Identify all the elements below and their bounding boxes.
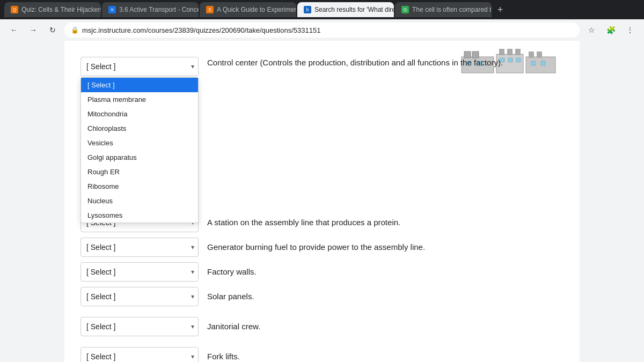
tab-favicon-1: Q — [11, 6, 18, 13]
refresh-button[interactable]: ↻ — [45, 23, 60, 38]
svg-rect-6 — [515, 49, 521, 55]
select-wrapper-1[interactable]: [ Select ] Plasma membrane Mitochondria … — [80, 57, 199, 76]
question-text-6: Janitorial crew. — [207, 321, 260, 333]
select-7[interactable]: [ Select ] — [80, 347, 199, 362]
question-row-6: [ Select ] ▾ Janitorial crew. — [80, 317, 564, 336]
question-row-5: [ Select ] ▾ Solar panels. — [80, 287, 564, 306]
url-text: msjc.instructure.com/courses/23839/quizz… — [82, 26, 320, 34]
lock-icon: 🔒 — [71, 26, 79, 34]
browser-window: Q Quiz: Cells & Their Hijackers Par ✕ ≡ … — [0, 0, 644, 362]
tab-label-3: A Quick Guide to Experimental D — [217, 6, 296, 13]
question-row-7: [ Select ] ▾ Fork lifts. — [80, 347, 564, 362]
question-text-7: Fork lifts. — [207, 351, 240, 362]
question-row-3: [ Select ] Plasma membrane Mitochondria … — [80, 238, 564, 257]
menu-button[interactable]: ⋮ — [623, 23, 638, 38]
bookmark-button[interactable]: ☆ — [584, 23, 599, 38]
tab-3[interactable]: S A Quick Guide to Experimental D ✕ — [200, 2, 296, 17]
tab-favicon-5: G — [401, 6, 409, 13]
select-4[interactable]: [ Select ] — [80, 262, 199, 282]
dropdown-option-golgi[interactable]: Golgi apparatus — [81, 150, 198, 165]
dropdown-option-ribosome[interactable]: Ribosome — [81, 179, 198, 194]
question-row-4: [ Select ] ▾ Factory walls. — [80, 262, 564, 282]
tab-favicon-2: ≡ — [108, 6, 116, 13]
tab-2[interactable]: ≡ 3.6 Active Transport - Concepts ✕ — [102, 2, 199, 17]
dropdown-option-mitochondria[interactable]: Mitochondria — [81, 107, 198, 121]
page-content: [ Select ] Plasma membrane Mitochondria … — [64, 41, 580, 362]
question-text-4: Factory walls. — [207, 266, 257, 278]
select-wrapper-6[interactable]: [ Select ] ▾ — [80, 317, 199, 336]
select-wrapper-7[interactable]: [ Select ] ▾ — [80, 347, 199, 362]
question-text-2: A station on the assembly line that prod… — [207, 217, 400, 229]
select-wrapper-3[interactable]: [ Select ] Plasma membrane Mitochondria … — [80, 238, 199, 257]
tab-4[interactable]: b Search results for 'What direction ✕ — [297, 2, 394, 17]
dropdown-option-select[interactable]: [ Select ] — [81, 78, 198, 92]
tab-bar: Q Quiz: Cells & Their Hijackers Par ✕ ≡ … — [0, 0, 644, 19]
dropdown-option-vesicles[interactable]: Vesicles — [81, 136, 198, 150]
dropdown-option-rough-er[interactable]: Rough ER — [81, 165, 198, 179]
select-3[interactable]: [ Select ] Plasma membrane Mitochondria — [80, 238, 199, 257]
back-button[interactable]: ← — [6, 23, 21, 38]
select-wrapper-5[interactable]: [ Select ] ▾ — [80, 287, 199, 306]
svg-rect-5 — [507, 49, 513, 55]
url-input[interactable]: 🔒 msjc.instructure.com/courses/23839/qui… — [64, 23, 580, 38]
question-text-3: Generator burning fuel to provide power … — [207, 241, 425, 254]
dropdown-option-lysosomes[interactable]: Lysosomes — [81, 208, 198, 223]
dropdown-option-nucleus[interactable]: Nucleus — [81, 194, 198, 208]
tab-1[interactable]: Q Quiz: Cells & Their Hijackers Par ✕ — [4, 2, 101, 17]
forward-button[interactable]: → — [26, 23, 41, 38]
extension-button[interactable]: 🧩 — [603, 23, 618, 38]
select-wrapper-4[interactable]: [ Select ] ▾ — [80, 262, 199, 282]
tab-favicon-3: S — [206, 6, 214, 13]
dropdown-popup-1[interactable]: [ Select ] Plasma membrane Mitochondria … — [80, 77, 199, 223]
tab-label-4: Search results for 'What direction — [314, 6, 394, 13]
question-row-1: [ Select ] Plasma membrane Mitochondria … — [80, 57, 564, 76]
select-5[interactable]: [ Select ] — [80, 287, 199, 306]
tab-favicon-4: b — [304, 6, 311, 13]
select-6[interactable]: [ Select ] — [80, 317, 199, 336]
dropdown-option-plasma-membrane[interactable]: Plasma membrane — [81, 92, 198, 107]
tab-5[interactable]: G The cell is often compared to a f ✕ — [395, 2, 492, 17]
tab-label-5: The cell is often compared to a f — [412, 6, 492, 13]
question-text-1: Control center (Controls the production,… — [207, 57, 503, 69]
address-bar: ← → ↻ 🔒 msjc.instructure.com/courses/238… — [0, 19, 644, 41]
svg-rect-4 — [499, 49, 504, 55]
question-text-5: Solar panels. — [207, 291, 254, 303]
tab-label-2: 3.6 Active Transport - Concepts — [119, 6, 199, 13]
tab-label-1: Quiz: Cells & Their Hijackers Par — [21, 6, 101, 13]
new-tab-button[interactable]: + — [493, 2, 508, 17]
dropdown-option-chloroplasts[interactable]: Chloroplasts — [81, 121, 198, 136]
select-1[interactable]: [ Select ] Plasma membrane Mitochondria … — [80, 57, 199, 76]
